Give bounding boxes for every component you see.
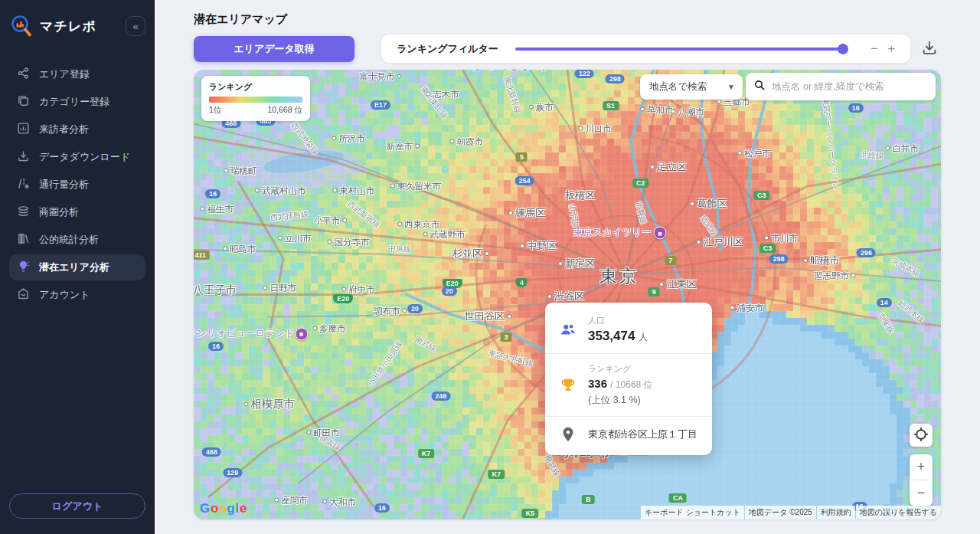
map-canvas-area[interactable]: E17463468122298S1165254C247916C3C3298296… bbox=[194, 70, 941, 519]
zoom-control: + − bbox=[910, 454, 933, 506]
sidebar: マチレポ « エリア登録カテゴリー登録来訪者分析データダウンロード通行量分析商圏… bbox=[0, 0, 155, 534]
sidebar-item-7[interactable]: 潜在エリア分析 bbox=[9, 254, 145, 280]
search-input[interactable] bbox=[772, 81, 928, 92]
legend-max: 10,668 位 bbox=[267, 105, 302, 116]
slider-decrement-button[interactable]: − bbox=[866, 41, 883, 57]
sidebar-item-1[interactable]: カテゴリー登録 bbox=[9, 89, 145, 115]
trophy-icon bbox=[559, 377, 577, 394]
ranking-percentile: (上位 3.1 %) bbox=[588, 394, 653, 407]
sidebar-nav: エリア登録カテゴリー登録来訪者分析データダウンロード通行量分析商圏分析公的統計分… bbox=[9, 61, 145, 308]
map-place-label: 武蔵野市 bbox=[423, 228, 465, 240]
map-place-label: 船橋市 bbox=[803, 254, 840, 267]
map-place-label: 立川市 bbox=[278, 233, 312, 244]
route-shield: B bbox=[582, 495, 595, 504]
route-shield: 16 bbox=[848, 103, 864, 113]
population-value: 353,474 bbox=[588, 329, 635, 343]
sidebar-collapse-button[interactable]: « bbox=[126, 16, 145, 36]
map-place-label: 杉並区 bbox=[452, 247, 489, 260]
zoom-in-button[interactable]: + bbox=[910, 454, 933, 480]
map-place-label: 所沢市 bbox=[332, 133, 365, 145]
search-type-dropdown[interactable]: 地点名で検索 ▼ bbox=[640, 74, 743, 100]
attribution-item-3[interactable]: 地図の誤りを報告する bbox=[856, 506, 941, 519]
route-shield: 298 bbox=[606, 74, 625, 84]
route-shield: K7 bbox=[418, 449, 435, 458]
map-place-label: 渋谷区 bbox=[547, 290, 584, 303]
map-place-label: 白井市 bbox=[885, 143, 919, 154]
legend-title: ランキング bbox=[209, 81, 302, 93]
my-location-button[interactable] bbox=[910, 424, 933, 447]
route-shield: 16 bbox=[374, 503, 390, 513]
slider-thumb[interactable] bbox=[838, 44, 848, 54]
map-place-label: 練馬区 bbox=[508, 206, 545, 220]
logout-button[interactable]: ログアウト bbox=[9, 493, 145, 519]
rail-line-label: 東武アーバンパークライン bbox=[819, 97, 841, 192]
map-place-label: 東京 bbox=[599, 264, 639, 287]
map-place-label: 府中市 bbox=[341, 284, 375, 296]
app-logo-icon bbox=[9, 14, 34, 38]
route-shield: 298 bbox=[769, 254, 789, 264]
rail-line-label: 中央線 bbox=[388, 243, 411, 254]
map-place-label: 中野区 bbox=[520, 239, 557, 253]
rail-line-label: 西武新宿線 bbox=[345, 198, 382, 231]
page-title: 潜在エリアマップ bbox=[194, 12, 980, 27]
legend-gradient-bar bbox=[209, 97, 302, 103]
google-logo[interactable]: Google bbox=[200, 501, 247, 516]
route-shield: 254 bbox=[515, 176, 534, 185]
app-window: マチレポ « エリア登録カテゴリー登録来訪者分析データダウンロード通行量分析商圏… bbox=[0, 0, 980, 534]
route-shield: 129 bbox=[223, 468, 242, 477]
population-row: 人口 353,474 人 bbox=[545, 306, 712, 353]
sidebar-item-8[interactable]: アカウント bbox=[9, 282, 145, 308]
map-place-label: さいたま市 bbox=[470, 70, 552, 74]
ranking-filter-slider[interactable] bbox=[515, 44, 858, 54]
traffic-icon bbox=[17, 177, 30, 192]
route-shield: C2 bbox=[632, 179, 649, 188]
map-place-label: 調布市 bbox=[374, 306, 407, 317]
rail-line-label: 南武線 bbox=[413, 334, 438, 354]
folders-icon bbox=[17, 94, 30, 110]
sidebar-item-5[interactable]: 商圏分析 bbox=[9, 199, 145, 225]
map-place-label: 座間市 bbox=[274, 494, 308, 506]
search-icon bbox=[753, 79, 772, 94]
map-place-label: 福生市 bbox=[201, 203, 234, 215]
fetch-area-data-button[interactable]: エリアデータ取得 bbox=[194, 36, 354, 62]
rail-line-label: 京成本線 bbox=[890, 256, 922, 280]
map-place-label: 多摩市 bbox=[312, 323, 346, 335]
map-place-label: 相模原市 bbox=[243, 397, 295, 411]
slider-increment-button[interactable]: + bbox=[883, 41, 900, 57]
app-name: マチレポ bbox=[40, 18, 119, 35]
map-place-label: 新座市 bbox=[387, 140, 420, 152]
map-place-label: 新宿区 bbox=[558, 257, 595, 270]
rail-line-label: 東北新幹線 bbox=[501, 75, 523, 115]
sidebar-item-4[interactable]: 通行量分析 bbox=[9, 172, 145, 198]
download-button[interactable] bbox=[918, 38, 941, 61]
attribution-item-0[interactable]: キーボード ショートカット bbox=[641, 506, 744, 519]
toolbar: エリアデータ取得 ランキングフィルター − + bbox=[194, 34, 941, 63]
attribution-item-2[interactable]: 利用規約 bbox=[817, 506, 855, 519]
map-place-label: 国分寺市 bbox=[328, 236, 370, 247]
map-place-label: 草加市 bbox=[640, 104, 674, 116]
ranking-total: / 10668 位 bbox=[610, 379, 652, 390]
sidebar-item-0[interactable]: エリア登録 bbox=[9, 61, 145, 87]
sidebar-item-2[interactable]: 来訪者分析 bbox=[9, 116, 145, 143]
sidebar-item-6[interactable]: 公的統計分析 bbox=[9, 227, 145, 253]
chevron-down-icon: ▼ bbox=[727, 83, 735, 91]
map-place-label: 松戸市 bbox=[737, 148, 771, 159]
zoom-out-button[interactable]: − bbox=[910, 480, 933, 506]
map-place-label: 小平市 bbox=[314, 215, 348, 227]
map-place-label: 八潮市 bbox=[671, 106, 704, 118]
sidebar-item-3[interactable]: データダウンロード bbox=[9, 144, 145, 170]
map-place-label: 富士見市 bbox=[360, 71, 402, 83]
download-icon bbox=[17, 149, 30, 165]
search-field[interactable] bbox=[746, 73, 936, 100]
poi-pin[interactable]: ■ bbox=[295, 327, 308, 340]
poi-label: サンリオピューロランド bbox=[194, 326, 295, 339]
logo: マチレポ « bbox=[9, 14, 145, 38]
route-shield: 16 bbox=[205, 189, 220, 198]
route-shield: 4 bbox=[516, 278, 528, 287]
route-shield: 3 bbox=[500, 333, 511, 342]
rail-line-label: 京葉線 bbox=[874, 311, 897, 336]
route-shield: 16 bbox=[208, 342, 224, 351]
download-tray-icon bbox=[921, 47, 938, 58]
route-shield: 411 bbox=[194, 251, 210, 260]
poi-pin[interactable]: ■ bbox=[654, 227, 667, 240]
